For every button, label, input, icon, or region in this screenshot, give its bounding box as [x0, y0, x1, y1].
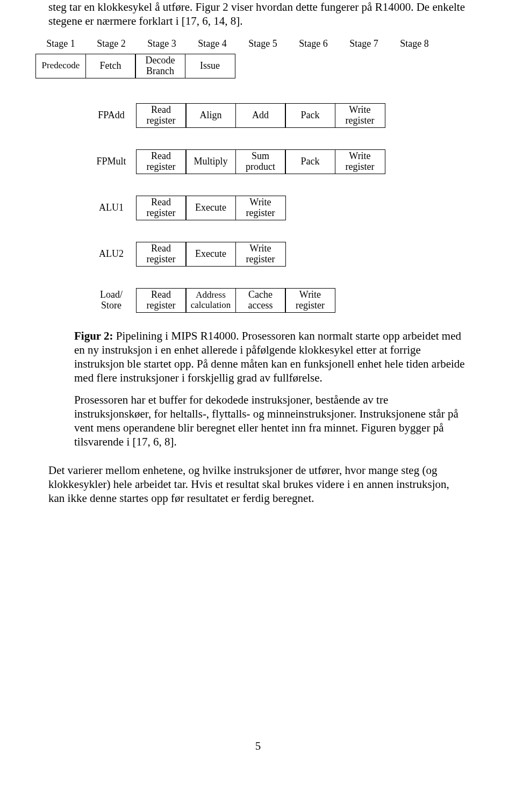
outro-paragraph: Det varierer mellom enhetene, og hvilke …: [48, 463, 468, 506]
cell: Write register: [335, 149, 385, 174]
cell: Add: [235, 103, 286, 128]
cell: Address calculation: [185, 288, 236, 313]
cell-text: Read: [151, 197, 171, 208]
cell-text: Cache: [248, 290, 273, 300]
unit-label-fpadd: FPAdd: [86, 103, 137, 128]
cell-text: calculation: [191, 300, 231, 311]
cell-text: register: [246, 254, 275, 265]
cell: Read register: [136, 288, 187, 313]
cell-text: register: [246, 208, 275, 219]
cell-text: Address: [196, 290, 226, 300]
cell-text: Store: [101, 300, 121, 311]
cell-fetch: Fetch: [85, 54, 136, 78]
stage-label: Stage 5: [238, 38, 288, 49]
cell-text: register: [346, 116, 375, 126]
stage-label: Stage 7: [339, 38, 389, 49]
cell-text: Read: [151, 105, 171, 116]
pipeline-diagram: Stage 1 Stage 2 Stage 3 Stage 4 Stage 5 …: [30, 38, 471, 313]
cell-text: Read: [151, 290, 171, 300]
cell: Cache access: [235, 288, 286, 313]
cell: Read register: [136, 149, 187, 174]
intro-paragraph: steg tar en klokkesykel å utføre. Figur …: [48, 0, 468, 28]
cell-text: register: [147, 254, 176, 265]
cell-text: Write: [349, 105, 370, 116]
stage-label: Stage 2: [86, 38, 137, 49]
cell: Execute: [185, 196, 236, 220]
unit-label-alu1: ALU1: [86, 196, 137, 220]
stage-label: Stage 3: [137, 38, 187, 49]
stage-label: Stage 4: [187, 38, 238, 49]
cell-text: Branch: [146, 66, 174, 77]
cell-predecode: Predecode: [35, 54, 86, 78]
stage-label: Stage 1: [35, 38, 86, 49]
loadstore-row: Load/ Store Read register Address calcul…: [35, 288, 471, 313]
cell-text: register: [147, 300, 176, 311]
unit-label-fpmult: FPMult: [86, 149, 137, 174]
cell-text: product: [246, 162, 275, 173]
cell-text: register: [296, 300, 325, 311]
page-number: 5: [0, 739, 516, 753]
cell: Sum product: [235, 149, 286, 174]
cell: Write register: [235, 242, 286, 267]
cell: Execute: [185, 242, 236, 267]
cell-text: Load/: [100, 290, 123, 300]
stage-label: Stage 6: [288, 38, 339, 49]
caption-text-2: Prosessoren har et buffer for dekodede i…: [74, 393, 468, 449]
cell-text: register: [346, 162, 375, 173]
cell-text: Write: [249, 197, 271, 208]
cell: Read register: [136, 196, 187, 220]
cell-text: Sum: [252, 151, 269, 162]
cell-text: Decode: [146, 55, 175, 66]
cell: Write register: [335, 103, 385, 128]
cell-text: Write: [249, 243, 271, 254]
cell-text: access: [248, 300, 273, 311]
cell-issue: Issue: [185, 54, 235, 78]
cell-text: register: [147, 116, 176, 126]
cell: Multiply: [185, 149, 236, 174]
cell-text: register: [147, 162, 176, 173]
cell-text: Read: [151, 243, 171, 254]
caption-text-1: Pipelining i MIPS R14000. Prosessoren ka…: [74, 329, 465, 385]
stage-label: Stage 8: [389, 38, 440, 49]
figure-label: Figur 2:: [74, 329, 113, 342]
alu2-row: ALU2 Read register Execute Write registe…: [35, 242, 471, 267]
unit-label-alu2: ALU2: [86, 242, 137, 267]
unit-label-loadstore: Load/ Store: [86, 288, 137, 313]
cell-text: Write: [349, 151, 370, 162]
cell: Write register: [235, 196, 286, 220]
cell: Read register: [136, 103, 187, 128]
figure-caption: Figur 2: Pipelining i MIPS R14000. Prose…: [74, 329, 468, 449]
fpadd-row: FPAdd Read register Align Add Pack Write…: [35, 103, 471, 128]
cell: Pack: [285, 103, 335, 128]
cell: Align: [185, 103, 236, 128]
cell: Read register: [136, 242, 187, 267]
cell: Write register: [285, 288, 335, 313]
alu1-row: ALU1 Read register Execute Write registe…: [35, 196, 471, 220]
fpmult-row: FPMult Read register Multiply Sum produc…: [35, 149, 471, 174]
cell: Pack: [285, 149, 335, 174]
cell-text: Read: [151, 151, 171, 162]
decode-row: Predecode Fetch Decode Branch Issue: [35, 54, 471, 78]
stage-header-row: Stage 1 Stage 2 Stage 3 Stage 4 Stage 5 …: [35, 38, 471, 49]
cell-text: register: [147, 208, 176, 219]
cell-decode-branch: Decode Branch: [135, 54, 185, 78]
cell-text: Write: [299, 290, 321, 300]
